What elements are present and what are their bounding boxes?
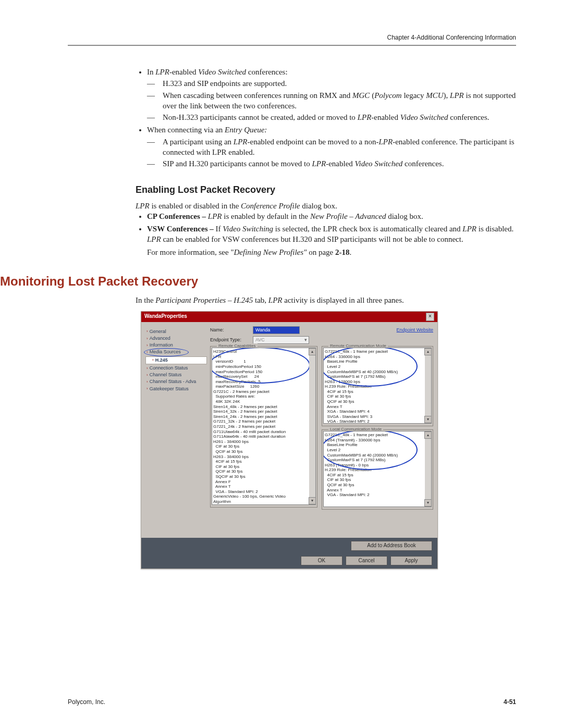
scroll-down-icon[interactable]: ▾ — [424, 416, 432, 423]
sidebar-item-advanced[interactable]: ›Advanced — [145, 335, 207, 342]
chevron-right-icon: › — [146, 336, 148, 341]
dash-nonh323: Non-H.323 participants cannot be created… — [163, 112, 516, 122]
chevron-right-icon: › — [146, 373, 148, 378]
sidebar-item-connection-status[interactable]: ›Connection Status — [145, 365, 207, 372]
sidebar-item-media-sources[interactable]: ›Media Sources — [145, 349, 207, 355]
lpr-enabled-sentence: LPR is enabled or disabled in the Confer… — [136, 201, 516, 211]
annotation-ellipse — [144, 348, 189, 356]
scrollbar[interactable]: ▴▾ — [425, 431, 431, 507]
dialog-title-text: WandaProperties — [144, 313, 187, 320]
sidebar-item-gatekeeper-status[interactable]: ›Gatekeeper Status — [145, 386, 207, 392]
scrollbar[interactable]: ▴▾ — [309, 348, 315, 504]
dash-cascading: When cascading between conferences runni… — [163, 90, 516, 112]
bullet-vsw-conf: VSW Conferences – If Video Switching is … — [147, 224, 516, 257]
apply-button[interactable]: Apply — [390, 556, 432, 566]
local-comm-mode-list[interactable]: G7221C_48k - 1 frame per packet H264 (Tr… — [323, 431, 432, 507]
scroll-up-icon[interactable]: ▴ — [309, 348, 316, 355]
heading-monitoring-lpr: Monitoring Lost Packet Recovery — [0, 273, 516, 290]
dash-move-nonlpr: A participant using an LPR-enabled endpo… — [163, 137, 516, 158]
sidebar-item-general[interactable]: ›General — [145, 328, 207, 335]
chevron-right-icon: › — [146, 329, 148, 334]
dash-h323-sip: H.323 and SIP endpoints are supported. — [163, 78, 516, 89]
ok-button[interactable]: OK — [301, 556, 342, 566]
scroll-down-icon[interactable]: ▾ — [424, 499, 432, 507]
dash-sip-h320: SIP and H.320 participants cannot be mov… — [163, 158, 516, 169]
sidebar-item-h245[interactable]: ›H.245 — [145, 356, 207, 364]
close-icon[interactable]: × — [426, 313, 434, 321]
participant-properties-dialog: WandaProperties × ›General ›Advanced ›In… — [141, 311, 438, 570]
body-column: In LPR-enabled Video Switched conference… — [136, 67, 516, 257]
sidebar-item-channel-status-adv[interactable]: ›Channel Status - Adva — [145, 378, 207, 385]
scroll-down-icon[interactable]: ▾ — [309, 497, 316, 504]
sidebar-item-information[interactable]: ›Information — [145, 342, 207, 349]
scrollbar[interactable]: ▴▾ — [425, 348, 431, 423]
name-label: Name: — [210, 327, 249, 333]
dialog-titlebar[interactable]: WandaProperties × — [141, 312, 437, 322]
footer-page-number: 4-51 — [504, 698, 516, 706]
running-header: Chapter 4-Additional Conferencing Inform… — [68, 33, 516, 42]
bullet-cp-conf: CP Conferences – LPR is enabled by defau… — [147, 211, 516, 221]
remote-capabilities-list[interactable]: H239Control LPR versionID 1 minProtectio… — [212, 348, 316, 505]
remote-comm-mode-list[interactable]: G7221C_48k - 1 frame per packet H264 - 3… — [323, 348, 432, 424]
endpoint-type-dropdown[interactable]: AVC — [253, 336, 309, 344]
subhead-enabling-lpr: Enabling Lost Packet Recovery — [136, 183, 516, 196]
scroll-up-icon[interactable]: ▴ — [424, 348, 432, 355]
chevron-right-icon: › — [146, 366, 148, 371]
endpoint-website-link[interactable]: Endpoint Website — [397, 327, 433, 333]
chevron-right-icon: › — [152, 357, 154, 363]
chevron-right-icon: › — [146, 386, 148, 391]
bullet-lpr-vs: In LPR-enabled Video Switched conference… — [147, 67, 516, 122]
header-rule — [68, 45, 516, 46]
scroll-up-icon[interactable]: ▴ — [424, 431, 432, 439]
monitoring-sentence: In the Participant Properties – H.245 ta… — [136, 295, 516, 305]
bullet-entry-queue: When connecting via an Entry Queue: A pa… — [147, 125, 516, 169]
endpoint-type-label: Endpoint Type: — [210, 337, 249, 343]
dialog-sidebar: ›General ›Advanced ›Information ›Media S… — [145, 326, 207, 510]
chevron-right-icon: › — [146, 343, 148, 348]
chevron-right-icon: › — [146, 379, 148, 385]
add-to-address-book-button[interactable]: Add to Address Book — [351, 541, 432, 551]
footer-left: Polycom, Inc. — [68, 698, 105, 706]
dialog-footer: Add to Address Book OK Cancel Apply — [141, 538, 437, 569]
sidebar-item-channel-status[interactable]: ›Channel Status — [145, 372, 207, 378]
name-input[interactable]: Wanda — [253, 326, 300, 334]
cancel-button[interactable]: Cancel — [346, 556, 387, 566]
